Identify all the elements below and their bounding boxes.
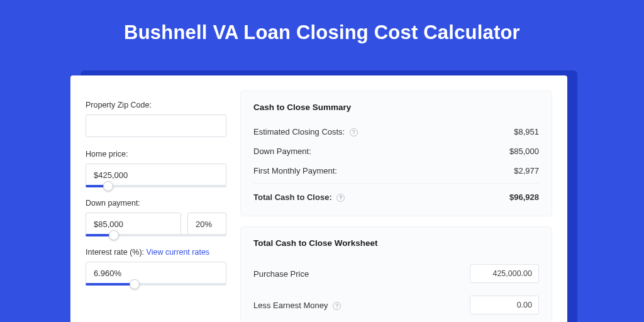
calculator-card: Property Zip Code: Home price: Down paym…: [70, 75, 567, 322]
ws-label: Purchase Price: [253, 269, 309, 279]
summary-panel: Cash to Close Summary Estimated Closing …: [240, 91, 552, 216]
help-icon[interactable]: ?: [333, 302, 341, 310]
input-interest-rate[interactable]: [86, 262, 226, 284]
summary-value: $8,951: [514, 127, 539, 136]
slider-interest-rate[interactable]: [86, 283, 226, 286]
summary-value: $96,928: [509, 192, 539, 202]
ws-input-purchase-price[interactable]: [470, 264, 539, 283]
field-interest-rate: Interest rate (%): View current rates: [86, 248, 226, 284]
inputs-column: Property Zip Code: Home price: Down paym…: [86, 91, 226, 322]
summary-label: First Monthly Payment:: [253, 166, 337, 175]
slider-thumb[interactable]: [109, 230, 119, 240]
field-zip: Property Zip Code:: [86, 101, 226, 137]
ws-row-earnest-money: Less Earnest Money ?: [253, 289, 539, 321]
link-view-rates[interactable]: View current rates: [147, 248, 210, 257]
summary-label: Total Cash to Close:: [253, 192, 332, 202]
results-column: Cash to Close Summary Estimated Closing …: [240, 91, 552, 322]
summary-label: Estimated Closing Costs:: [253, 127, 345, 136]
label-interest-rate: Interest rate (%): View current rates: [86, 248, 226, 257]
ws-row-purchase-price: Purchase Price: [253, 258, 539, 289]
ws-label: Less Earnest Money: [253, 301, 328, 310]
summary-row-total: Total Cash to Close: ? $96,928: [253, 183, 539, 207]
label-home-price: Home price:: [86, 150, 226, 158]
summary-heading: Cash to Close Summary: [253, 103, 539, 112]
label-down-payment: Down payment:: [86, 199, 226, 208]
field-home-price: Home price:: [86, 150, 226, 186]
slider-thumb[interactable]: [130, 279, 140, 289]
summary-label: Down Payment:: [253, 147, 311, 156]
summary-value: $2,977: [514, 166, 539, 175]
field-down-payment: Down payment:: [86, 199, 226, 235]
summary-row-first-payment: First Monthly Payment: $2,977: [253, 161, 539, 180]
worksheet-heading: Total Cash to Close Worksheet: [253, 238, 539, 248]
input-zip[interactable]: [86, 114, 226, 137]
label-zip: Property Zip Code:: [86, 101, 226, 109]
help-icon[interactable]: ?: [350, 128, 358, 136]
ws-input-earnest-money[interactable]: [470, 296, 539, 314]
input-down-payment-pct[interactable]: [187, 213, 226, 235]
summary-value: $85,000: [509, 147, 539, 156]
summary-row-closing-costs: Estimated Closing Costs: ? $8,951: [253, 122, 539, 142]
help-icon[interactable]: ?: [336, 194, 345, 202]
slider-home-price[interactable]: [86, 185, 226, 187]
slider-thumb[interactable]: [103, 181, 113, 191]
worksheet-panel: Total Cash to Close Worksheet Purchase P…: [240, 226, 552, 322]
input-down-payment[interactable]: [86, 213, 181, 235]
summary-row-down-payment: Down Payment: $85,000: [253, 142, 539, 161]
page-title: Bushnell VA Loan Closing Cost Calculator: [0, 0, 644, 60]
slider-down-payment[interactable]: [86, 234, 226, 236]
